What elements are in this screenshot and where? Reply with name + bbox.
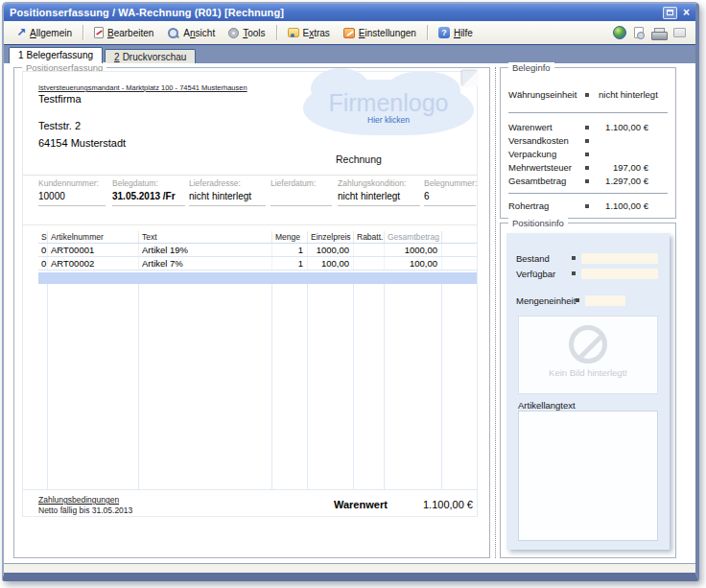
document-type-label: Rechnung (336, 153, 382, 165)
verfuegbar-value-field (581, 269, 658, 279)
screen: Positionserfassung / WA-Rechnung (R01) [… (0, 0, 706, 588)
panel-splitter[interactable] (495, 67, 496, 558)
menu-bar: ↗ Allgemein Bearbeiten Ansicht Tools Ext… (4, 21, 695, 45)
restore-icon (667, 10, 673, 15)
menu-separator (276, 25, 277, 40)
menu-allgemein[interactable]: ↗ Allgemein (10, 25, 79, 41)
app-window: Positionserfassung / WA-Rechnung (R01) [… (2, 2, 699, 581)
mengeneinheit-value-field (585, 295, 625, 306)
field-kundennummer[interactable]: Kundennummer: 10000 (38, 178, 106, 206)
longtext-label: Artikellangtext (518, 400, 576, 411)
beleginfo-row: Versandkosten (508, 135, 668, 148)
total-label: Warenwert (334, 499, 388, 510)
square-bullet-icon (585, 176, 597, 183)
page-curl-icon (462, 71, 478, 86)
square-bullet-icon (585, 122, 597, 129)
web-icon[interactable] (613, 26, 626, 39)
square-bullet-icon (572, 256, 581, 260)
payment-terms-text: Netto fällig bis 31.05.2013 (38, 506, 132, 515)
help-icon: ? (438, 27, 450, 38)
divider (23, 224, 477, 225)
magnifier-icon (167, 27, 179, 39)
gear-icon (228, 28, 239, 38)
beleginfo-row: Währungseinheit nicht hinterlegt (508, 89, 668, 102)
positionsinfo-row: Verfügbar (516, 268, 658, 279)
logo-watermark-text: Firmenlogo (328, 91, 448, 114)
table-empty-area (38, 284, 477, 489)
square-bullet-icon (572, 271, 581, 275)
company-logo-placeholder[interactable]: Firmenlogo Hier klicken (303, 80, 474, 135)
divider (23, 175, 477, 176)
invoice-paper: Istversteuerungsmandant - Marktplatz 100… (22, 71, 478, 517)
divider (508, 112, 668, 113)
square-bullet-icon (585, 135, 597, 143)
square-bullet-icon (585, 162, 597, 170)
main-content: Positionserfassung Istversteuerungsmanda… (4, 63, 695, 563)
positions-table: S Artikelnummer Text Menge Einzelpreis R… (38, 231, 477, 270)
square-bullet-icon (576, 298, 585, 302)
print-icon[interactable] (651, 28, 666, 38)
status-strip (4, 563, 695, 573)
no-image-text: Kein Bild hinterlegt! (519, 367, 657, 378)
positionsinfo-row: Mengeneinheit (516, 294, 625, 306)
longtext-box[interactable] (518, 411, 658, 541)
tab-strip: 1Belegerfassung 2Druckvorschau (4, 45, 695, 63)
menu-tools[interactable]: Tools (222, 25, 271, 41)
menu-hilfe[interactable]: ? Hilfe (432, 24, 480, 41)
edit-document-icon (94, 27, 104, 38)
payment-terms: Zahlungsbedingungen Netto fällig bis 31.… (38, 495, 132, 515)
selected-empty-row[interactable] (38, 272, 477, 284)
tab-belegerfassung[interactable]: 1Belegerfassung (9, 47, 103, 63)
table-row[interactable]: 0 ART00002 Artikel 7% 1 100,00 100,00 (38, 257, 477, 270)
document-properties-icon[interactable] (634, 27, 644, 38)
beleginfo-row: Gesamtbetrag 1.297,00 € (508, 176, 668, 188)
recipient-name[interactable]: Testfirma (38, 93, 82, 105)
menu-bearbeiten[interactable]: Bearbeiten (87, 24, 160, 41)
positionsinfo-panel: Bestand Verfügbar Mengeneinheit Kein B (506, 233, 670, 550)
bestand-value-field (581, 253, 658, 264)
recipient-street[interactable]: Teststr. 2 (38, 120, 81, 131)
table-row[interactable]: 0 ART00001 Artikel 19% 1 1000,00 1000,00 (38, 244, 477, 257)
arrow-up-right-icon: ↗ (16, 28, 26, 37)
beleginfo-row: Mehrwertsteuer 197,00 € (508, 162, 668, 175)
mail-icon[interactable] (673, 28, 686, 37)
logo-click-hint: Hier klicken (367, 115, 410, 125)
sender-address-link[interactable]: Istversteuerungsmandant - Marktplatz 100… (38, 83, 247, 92)
divider (23, 489, 477, 490)
group-label: Beleginfo (508, 62, 554, 73)
positionsinfo-row: Bestand (516, 252, 658, 264)
beleginfo-group: Beleginfo Währungseinheit nicht hinterle… (500, 67, 676, 219)
field-lieferdatum[interactable]: Lieferdatum: (271, 178, 332, 206)
field-lieferadresse[interactable]: Lieferadresse: nicht hinterlegt (189, 178, 266, 206)
beleginfo-row: Warenwert 1.100,00 € (508, 122, 668, 134)
beleginfo-row: Rohertrag 1.100,00 € (508, 200, 668, 213)
field-belegdatum[interactable]: Belegdatum: 31.05.2013 /Fr (112, 178, 185, 206)
square-bullet-icon (585, 149, 597, 156)
extras-icon (288, 28, 299, 37)
field-zahlungskondition[interactable]: Zahlungskondition: nicht hinterlegt (338, 178, 420, 206)
tab-druckvorschau[interactable]: 2Druckvorschau (105, 49, 196, 63)
title-bar: Positionserfassung / WA-Rechnung (R01) [… (4, 4, 695, 21)
menu-extras[interactable]: Extras (281, 25, 337, 41)
no-image-icon (569, 325, 607, 364)
field-belegnummer[interactable]: Belegnummer: 6 (424, 178, 476, 206)
article-image-placeholder: Kein Bild hinterlegt! (518, 316, 658, 394)
window-title: Positionserfassung / WA-Rechnung (R01) [… (10, 7, 663, 18)
menu-separator (427, 25, 428, 40)
positionsinfo-group: Positionsinfo Bestand Verfügbar Mengenei… (500, 223, 676, 558)
payment-terms-link[interactable]: Zahlungsbedingungen (38, 495, 132, 505)
menu-ansicht[interactable]: Ansicht (160, 24, 222, 42)
menu-einstellungen[interactable]: Einstellungen (337, 25, 423, 41)
restore-button[interactable] (663, 7, 677, 19)
square-bullet-icon (585, 200, 597, 208)
settings-icon (343, 28, 355, 38)
table-header-row: S Artikelnummer Text Menge Einzelpreis R… (38, 231, 477, 244)
positionserfassung-group: Positionserfassung Istversteuerungsmanda… (13, 67, 490, 558)
group-label: Positionsinfo (508, 218, 568, 228)
total-value: 1.100,00 € (423, 499, 473, 510)
recipient-city[interactable]: 64154 Musterstadt (38, 137, 126, 149)
menu-separator (82, 25, 83, 40)
beleginfo-row: Verpackung (508, 149, 668, 161)
close-button[interactable]: × (683, 7, 690, 18)
divider (508, 193, 668, 194)
